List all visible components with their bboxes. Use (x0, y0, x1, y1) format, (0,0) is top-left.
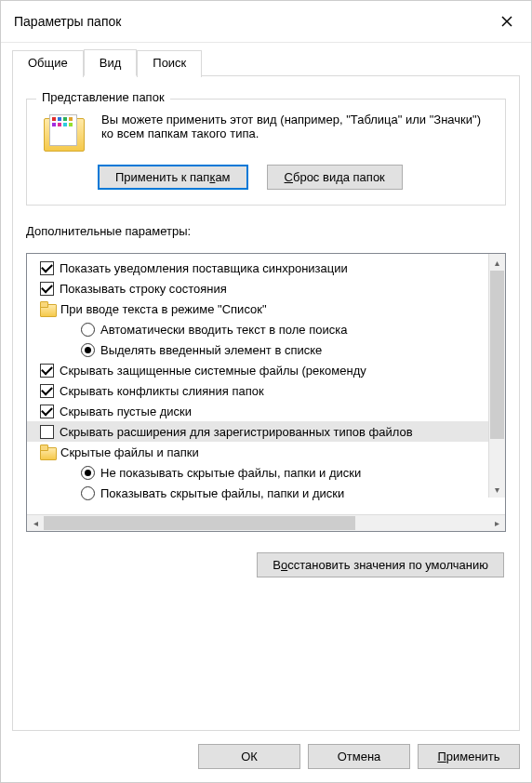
folder-views-legend: Представление папок (36, 90, 170, 104)
close-icon (501, 16, 512, 27)
apply-to-folders-button[interactable]: Применить к папкам (98, 165, 248, 190)
tree-row[interactable]: Выделять введенный элемент в списке (27, 339, 505, 360)
folder-views-row: Вы можете применить этот вид (например, … (40, 113, 492, 153)
tree-item-label: Не показывать скрытые файлы, папки и дис… (100, 466, 361, 480)
checkbox[interactable] (40, 384, 54, 398)
scroll-down-icon[interactable]: ▾ (489, 481, 505, 498)
tree-item-label: Показывать строку состояния (60, 282, 227, 296)
tab-search[interactable]: Поиск (137, 50, 202, 77)
tab-general[interactable]: Общие (12, 50, 84, 77)
tab-panel-view: Представление папок Вы можете применить … (12, 75, 520, 731)
tree-item-label: Автоматически вводить текст в поле поиск… (100, 323, 347, 337)
tree-row[interactable]: Показывать строку состояния (27, 278, 505, 299)
scroll-up-icon[interactable]: ▴ (489, 254, 505, 271)
tabstrip: Общие Вид Поиск (12, 48, 520, 75)
folder-views-icon (44, 114, 86, 153)
checkbox[interactable] (40, 405, 54, 418)
scroll-left-icon[interactable]: ◂ (27, 515, 44, 531)
folder-views-description: Вы можете применить этот вид (например, … (101, 113, 492, 140)
apply-button[interactable]: Применить (418, 744, 520, 769)
hscroll-track[interactable] (44, 515, 488, 531)
tree-row[interactable]: Показать уведомления поставщика синхрони… (27, 258, 505, 278)
tree-row[interactable]: Не показывать скрытые файлы, папки и дис… (27, 462, 505, 483)
vscroll-thumb[interactable] (490, 271, 504, 439)
folder-icon (40, 302, 55, 315)
checkbox[interactable] (40, 425, 54, 439)
ok-button[interactable]: ОК (198, 744, 300, 769)
dialog-content: Общие Вид Поиск Представление папок Вы м… (1, 43, 531, 731)
checkbox[interactable] (40, 261, 54, 275)
dialog-buttons: ОК Отмена Применить (1, 731, 531, 782)
tree-item-label: Скрывать защищенные системные файлы (рек… (60, 364, 366, 378)
tree-row[interactable]: При вводе текста в режиме "Список" (27, 299, 505, 319)
titlebar: Параметры папок (1, 1, 531, 43)
tree-row[interactable]: Скрытые файлы и папки (27, 442, 505, 462)
hscroll-thumb[interactable] (44, 516, 355, 530)
folder-views-buttons: Применить к папкам Сброс вида папок (98, 165, 492, 190)
tree-row[interactable]: Скрывать пустые диски (27, 401, 505, 421)
vertical-scrollbar[interactable]: ▴ ▾ (488, 254, 505, 498)
checkbox[interactable] (40, 282, 54, 296)
tree-item-label: Скрывать конфликты слияния папок (60, 384, 264, 398)
restore-defaults-row: Восстановить значения по умолчанию (26, 552, 506, 577)
advanced-settings-label: Дополнительные параметры: (26, 224, 506, 238)
tree-row[interactable]: Скрывать защищенные системные файлы (рек… (27, 360, 505, 380)
horizontal-scrollbar[interactable]: ◂ ▸ (27, 514, 505, 531)
tab-view[interactable]: Вид (84, 49, 138, 76)
tree-row[interactable]: Автоматически вводить текст в поле поиск… (27, 319, 505, 339)
reset-folders-button[interactable]: Сброс вида папок (267, 165, 403, 190)
tree-row[interactable]: Показывать скрытые файлы, папки и диски (27, 483, 505, 503)
window-title: Параметры папок (14, 14, 488, 29)
advanced-settings-tree[interactable]: Показать уведомления поставщика синхрони… (26, 253, 506, 532)
tree-item-label: Скрывать расширения для зарегистрированн… (60, 425, 413, 439)
tree-item-label: Скрытые файлы и папки (60, 445, 199, 459)
close-button[interactable] (488, 8, 525, 34)
scroll-right-icon[interactable]: ▸ (488, 515, 505, 531)
radio-button[interactable] (81, 466, 95, 480)
tree-item-label: Скрывать пустые диски (60, 405, 192, 418)
tree-item-label: Показывать скрытые файлы, папки и диски (100, 486, 344, 500)
radio-button[interactable] (81, 323, 95, 337)
tree-row[interactable]: Скрывать конфликты слияния папок (27, 380, 505, 401)
tree-item-label: При вводе текста в режиме "Список" (60, 302, 267, 316)
tree-viewport: Показать уведомления поставщика синхрони… (27, 254, 505, 514)
vscroll-track[interactable] (489, 271, 505, 481)
folder-options-dialog: Параметры папок Общие Вид Поиск Представ… (0, 0, 532, 783)
folder-icon (40, 445, 55, 458)
tree-item-label: Выделять введенный элемент в списке (100, 343, 322, 357)
cancel-button[interactable]: Отмена (308, 744, 410, 769)
radio-button[interactable] (81, 343, 95, 357)
restore-defaults-button[interactable]: Восстановить значения по умолчанию (257, 552, 504, 577)
checkbox[interactable] (40, 364, 54, 378)
radio-button[interactable] (81, 486, 95, 500)
folder-views-group: Представление папок Вы можете применить … (26, 99, 506, 206)
tree-item-label: Показать уведомления поставщика синхрони… (60, 261, 348, 275)
tree-row[interactable]: Скрывать расширения для зарегистрированн… (27, 421, 505, 442)
